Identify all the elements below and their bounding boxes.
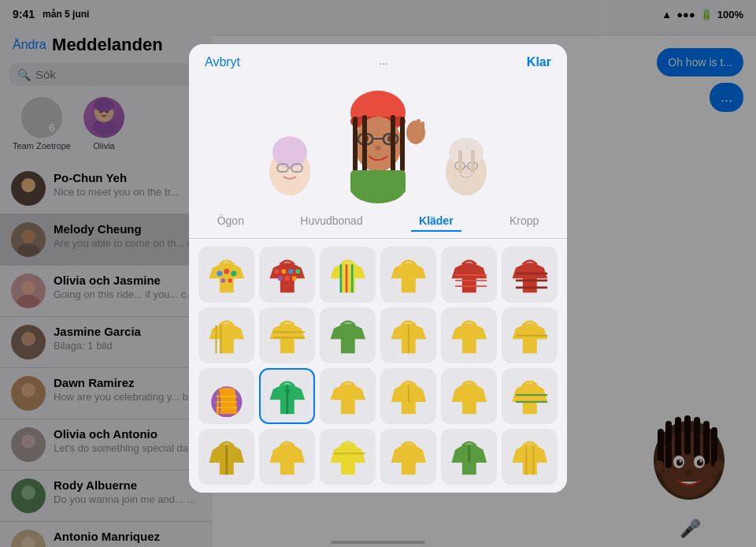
clothing-item-19[interactable] — [198, 429, 254, 485]
svg-point-74 — [220, 278, 224, 282]
tab-klader[interactable]: Kläder — [411, 211, 461, 232]
clothing-item-7[interactable] — [198, 307, 254, 363]
clothing-item-15[interactable] — [320, 368, 376, 424]
svg-rect-69 — [458, 150, 462, 173]
clothing-item-23[interactable] — [441, 429, 497, 485]
clothing-item-21[interactable] — [320, 429, 376, 485]
preview-memoji-right — [438, 132, 495, 203]
clothing-item-1[interactable] — [198, 247, 254, 303]
svg-rect-70 — [471, 150, 475, 173]
preview-memoji-main — [331, 85, 425, 203]
clothing-item-13[interactable] — [198, 368, 254, 424]
clothing-item-20[interactable] — [259, 429, 315, 485]
clothing-item-6[interactable] — [502, 247, 558, 303]
svg-rect-60 — [417, 119, 421, 132]
clothing-item-5[interactable] — [441, 247, 497, 303]
svg-point-53 — [375, 146, 381, 151]
memoji-customizer-modal: Avbryt ··· Klar — [189, 44, 567, 493]
svg-rect-59 — [412, 121, 416, 132]
clothing-item-24[interactable] — [502, 429, 558, 485]
svg-point-65 — [449, 138, 484, 166]
tab-ogon[interactable]: Ögon — [209, 211, 252, 232]
memoji-preview-row — [189, 77, 567, 208]
svg-point-73 — [231, 270, 236, 276]
svg-rect-57 — [400, 117, 405, 172]
svg-point-71 — [217, 270, 222, 276]
clothing-item-18[interactable] — [502, 368, 558, 424]
modal-cancel-button[interactable]: Avbryt — [205, 55, 240, 69]
svg-point-41 — [272, 136, 307, 168]
svg-rect-61 — [421, 121, 424, 132]
tab-kropp[interactable]: Kropp — [502, 211, 547, 232]
clothing-item-10[interactable] — [380, 307, 436, 363]
svg-point-103 — [285, 389, 289, 393]
clothing-item-2[interactable] — [259, 247, 315, 303]
svg-point-75 — [228, 278, 232, 282]
clothing-item-12[interactable] — [502, 307, 558, 363]
clothing-grid — [189, 239, 567, 493]
modal-done-button[interactable]: Klar — [527, 55, 551, 69]
clothing-item-9[interactable] — [320, 307, 376, 363]
clothing-item-16[interactable] — [380, 368, 436, 424]
clothing-item-14[interactable] — [259, 368, 315, 424]
clothing-item-4[interactable] — [380, 247, 436, 303]
tab-huvudbonad[interactable]: Huvudbonad — [292, 211, 370, 232]
svg-point-72 — [224, 268, 229, 274]
svg-rect-78 — [288, 269, 292, 273]
home-indicator — [331, 541, 425, 544]
clothing-item-17[interactable] — [441, 368, 497, 424]
modal-overlay: Avbryt ··· Klar — [0, 0, 756, 547]
svg-rect-81 — [285, 276, 289, 280]
clothing-item-3[interactable] — [320, 247, 376, 303]
svg-rect-82 — [292, 276, 296, 280]
clothing-item-8[interactable] — [259, 307, 315, 363]
clothing-item-11[interactable] — [441, 307, 497, 363]
svg-rect-79 — [295, 269, 299, 273]
preview-memoji-left — [261, 132, 318, 203]
svg-rect-77 — [281, 269, 285, 273]
svg-rect-63 — [350, 170, 406, 194]
svg-rect-76 — [274, 269, 278, 273]
clothing-item-22[interactable] — [380, 429, 436, 485]
modal-title: ··· — [379, 56, 389, 69]
tabs-row: Ögon Huvudbonad Kläder Kropp — [189, 208, 567, 239]
svg-rect-80 — [278, 276, 282, 280]
modal-topbar: Avbryt ··· Klar — [189, 44, 567, 77]
svg-rect-56 — [391, 115, 395, 174]
svg-rect-55 — [362, 115, 367, 174]
svg-rect-54 — [353, 117, 358, 172]
